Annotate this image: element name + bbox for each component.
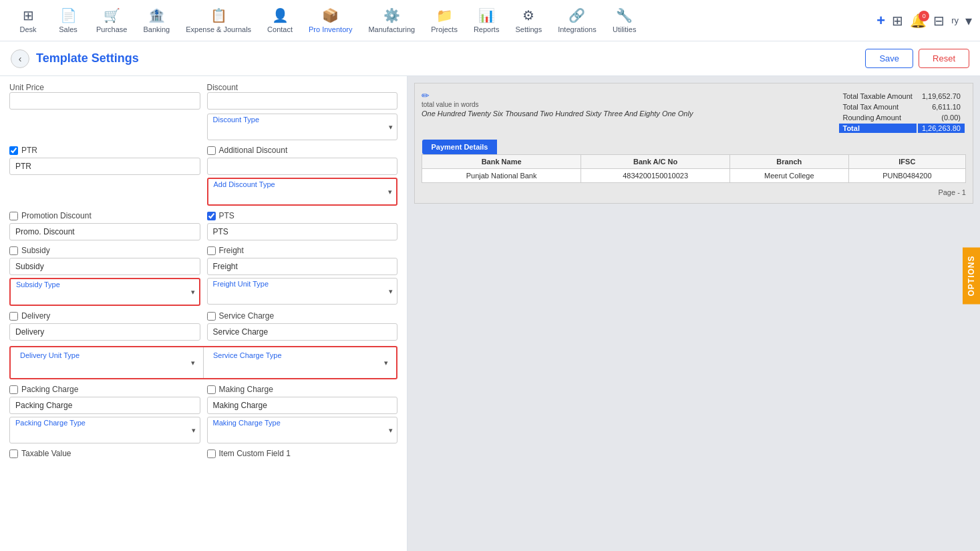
service-charge-cb-row: Service Charge	[207, 311, 398, 321]
nav-items: ⊞ Desk 📄 Sales 🛒 Purchase 🏦 Banking 📋 Ex…	[8, 2, 876, 39]
pts-input[interactable]	[207, 223, 398, 240]
promo-col: Promotion Discount	[9, 211, 200, 240]
subsidy-checkbox[interactable]	[9, 246, 18, 255]
nav-utilities[interactable]: 🔧 Utilities	[605, 2, 645, 39]
freight-unit-type-select: Freight Unit Type Unit 1 ▾	[207, 278, 398, 305]
freight-unit-type-dropdown[interactable]: Unit 1	[213, 289, 392, 301]
save-button[interactable]: Save	[865, 49, 913, 68]
service-charge-type-dropdown[interactable]: Type 1	[213, 361, 387, 373]
item-custom-field1-checkbox[interactable]	[207, 449, 216, 458]
delivery-sc-type-row: Delivery Unit Type Unit 1 ▾ Service Char…	[9, 346, 397, 379]
delivery-checkbox[interactable]	[9, 312, 18, 321]
packing-col: Packing Charge Packing Charge Type Type …	[9, 385, 200, 443]
user-dropdown[interactable]: ▾	[965, 13, 972, 29]
delivery-unit-type-label: Delivery Unit Type	[20, 351, 194, 359]
taxable-cb-row: Taxable Value	[9, 449, 200, 458]
nav-proinventory[interactable]: 📦 Pro Inventory	[301, 2, 360, 39]
nav-manufacturing[interactable]: ⚙️ Manufacturing	[360, 2, 423, 39]
notification-button[interactable]: 🔔 0	[910, 13, 927, 29]
freight-checkbox[interactable]	[207, 246, 216, 255]
promo-discount-input[interactable]	[9, 223, 200, 240]
nav-contact[interactable]: 👤 Contact	[259, 2, 301, 39]
nav-reports-label: Reports	[474, 25, 500, 33]
nav-banking[interactable]: 🏦 Banking	[135, 2, 178, 39]
payment-data-row: Punjab National Bank4834200150010023Meer…	[422, 169, 966, 183]
ptr-input[interactable]	[9, 158, 200, 175]
options-tab[interactable]: OPTIONS	[963, 247, 980, 304]
payment-table: Payment Details Bank Name Bank A/C No Br…	[422, 140, 966, 183]
service-charge-type-col: Service Charge Type Type 1 ▾	[203, 347, 396, 378]
discount-type-dropdown[interactable]: Percentage Amount	[213, 125, 392, 137]
top-nav: ⊞ Desk 📄 Sales 🛒 Purchase 🏦 Banking 📋 Ex…	[0, 0, 980, 41]
total-item-label: Total Taxable Amount	[839, 91, 917, 101]
total-row-item: Rounding Amount (0.00)	[839, 113, 965, 122]
packing-charge-checkbox[interactable]	[9, 385, 18, 394]
making-charge-input[interactable]	[207, 397, 398, 414]
sales-icon: 📄	[60, 7, 77, 23]
payment-section: Payment Details Bank Name Bank A/C No Br…	[422, 140, 966, 183]
unit-price-input[interactable]	[9, 92, 200, 110]
subsidy-type-dropdown[interactable]: Type 1	[16, 290, 194, 302]
nav-sales[interactable]: 📄 Sales	[48, 2, 88, 39]
page-num: Page - 1	[422, 188, 966, 196]
service-charge-col: Service Charge	[207, 311, 398, 341]
packing-charge-type-dropdown[interactable]: Type 1	[15, 428, 194, 440]
ptr-checkbox[interactable]	[9, 146, 18, 155]
reset-button[interactable]: Reset	[919, 49, 969, 68]
packing-charge-type-label: Packing Charge Type	[15, 419, 194, 427]
making-charge-checkbox[interactable]	[207, 385, 216, 394]
dashboard-button[interactable]: ⊟	[933, 13, 945, 29]
delivery-unit-type-select: Delivery Unit Type Unit 1 ▾	[15, 350, 199, 375]
nav-projects[interactable]: 📁 Projects	[423, 2, 466, 39]
service-charge-checkbox[interactable]	[207, 312, 216, 321]
invoice-container: ✏ total value in words One Hundred Twent…	[414, 83, 973, 204]
grand-total-row: Total 1,26,263.80	[839, 124, 965, 133]
ptr-addiscount-row: PTR Additional Discount Add Discount Typ…	[9, 146, 397, 206]
payment-col-branch: Branch	[730, 155, 849, 169]
nav-integrations[interactable]: 🔗 Integrations	[550, 2, 604, 39]
nav-expense-label: Expense & Journals	[186, 25, 251, 33]
nav-expense[interactable]: 📋 Expense & Journals	[178, 2, 259, 39]
promotion-discount-checkbox[interactable]	[9, 212, 18, 220]
payment-details-btn[interactable]: Payment Details	[422, 140, 498, 154]
making-charge-type-dropdown[interactable]: Type 1	[213, 428, 392, 440]
ptr-cb-label: PTR	[21, 146, 37, 155]
delivery-unit-type-dropdown[interactable]: Unit 1	[20, 361, 194, 373]
nav-projects-label: Projects	[431, 25, 458, 33]
ptr-cb-row: PTR	[9, 146, 200, 155]
nav-banking-label: Banking	[143, 25, 170, 33]
add-discount-type-dropdown[interactable]: Percentage Amount	[214, 190, 391, 202]
pts-checkbox[interactable]	[207, 212, 216, 220]
discount-input[interactable]	[207, 92, 398, 110]
additional-discount-checkbox[interactable]	[207, 146, 216, 155]
words-label: total value in words	[422, 101, 693, 108]
packing-charge-input[interactable]	[9, 397, 200, 414]
nav-reports[interactable]: 📊 Reports	[466, 2, 508, 39]
nav-purchase[interactable]: 🛒 Purchase	[88, 2, 135, 39]
nav-settings-label: Settings	[515, 25, 542, 33]
add-discount-type-label: Add Discount Type	[214, 180, 391, 188]
nav-settings[interactable]: ⚙ Settings	[507, 2, 550, 39]
subsidy-freight-row: Subsidy Subsidy Type Type 1 ▾ Freight	[9, 246, 397, 306]
payment-cols-row: Bank Name Bank A/C No Branch IFSC	[422, 155, 966, 169]
item-custom-cb-row: Item Custom Field 1	[207, 449, 398, 458]
delivery-input[interactable]	[9, 323, 200, 341]
making-cb-row: Making Charge	[207, 385, 398, 394]
nav-desk[interactable]: ⊞ Desk	[8, 2, 48, 39]
service-charge-input[interactable]	[207, 323, 398, 341]
grid-button[interactable]: ⊞	[892, 13, 903, 29]
back-button[interactable]: ‹	[11, 49, 29, 68]
subsidy-input[interactable]	[9, 258, 200, 275]
unit-price-col: Unit Price	[9, 83, 200, 140]
nav-sales-label: Sales	[59, 25, 77, 33]
nav-proinventory-label: Pro Inventory	[309, 25, 352, 33]
nav-utilities-label: Utilities	[613, 25, 636, 33]
freight-input[interactable]	[207, 258, 398, 275]
add-discount-input[interactable]	[207, 158, 398, 175]
packing-making-row: Packing Charge Packing Charge Type Type …	[9, 385, 397, 443]
add-button[interactable]: +	[876, 12, 885, 29]
edit-icon[interactable]: ✏	[422, 90, 430, 101]
payment-data-cell: 4834200150010023	[581, 169, 730, 183]
left-panel: Unit Price Discount Discount Type Percen…	[0, 76, 407, 551]
taxable-value-checkbox[interactable]	[9, 449, 18, 458]
